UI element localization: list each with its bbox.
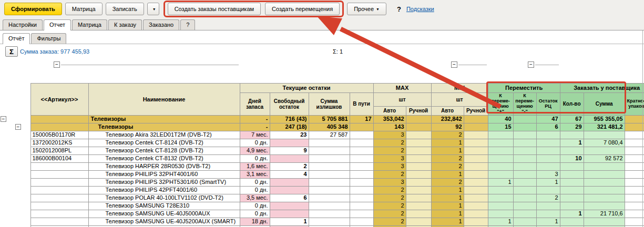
cell-days[interactable]: 0 дн. bbox=[240, 178, 270, 186]
cell-sum[interactable]: 21 710,6 bbox=[584, 210, 625, 218]
header-min[interactable]: MIN bbox=[431, 84, 488, 93]
cell-sum[interactable]: 321 481,2 bbox=[584, 123, 625, 131]
cell-movePlus[interactable] bbox=[488, 139, 513, 147]
cell-movePlus[interactable] bbox=[488, 162, 513, 170]
header-move[interactable]: Переместить bbox=[488, 84, 560, 93]
cell-days[interactable]: 3,1 мес. bbox=[240, 170, 270, 178]
cell-rcStock[interactable] bbox=[536, 202, 560, 210]
cell-moveMinus[interactable] bbox=[513, 162, 536, 170]
cell-minAuto[interactable]: 1 bbox=[431, 139, 464, 147]
cell-name[interactable]: Телевизор HARPER 28R0530 (DVB-T2) bbox=[88, 162, 240, 170]
cell-minAuto[interactable]: 2 bbox=[431, 178, 464, 186]
cell-surplus[interactable] bbox=[309, 210, 350, 218]
cell-article[interactable] bbox=[30, 186, 88, 194]
cell-sum[interactable] bbox=[584, 131, 625, 139]
cell-name[interactable]: Телевизор Centek CT-8132 (DVB-T2) bbox=[88, 154, 240, 162]
sigma-button[interactable]: Σ bbox=[5, 46, 18, 57]
cell-moveMinus[interactable] bbox=[513, 139, 536, 147]
cell-transit[interactable] bbox=[350, 178, 373, 186]
column-collapse-toggle[interactable]: − bbox=[528, 61, 534, 68]
cell-maxManual[interactable] bbox=[406, 170, 431, 178]
cell-rcStock[interactable] bbox=[536, 139, 560, 147]
cell-free[interactable] bbox=[270, 139, 309, 147]
tab-zakazano[interactable]: Заказано bbox=[143, 19, 179, 30]
cell-mult[interactable] bbox=[625, 194, 644, 202]
create-supplier-orders-button[interactable]: Создать заказы поставщикам bbox=[168, 3, 261, 15]
cell-mult[interactable] bbox=[625, 162, 644, 170]
cell-surplus[interactable] bbox=[309, 154, 350, 162]
cell-minManual[interactable] bbox=[464, 162, 488, 170]
cell-surplus[interactable] bbox=[309, 218, 350, 225]
cell-maxManual[interactable] bbox=[406, 202, 431, 210]
header-qty[interactable]: Кол-во bbox=[560, 93, 584, 116]
cell-sum[interactable] bbox=[584, 194, 625, 202]
cell-article[interactable] bbox=[30, 123, 88, 131]
cell-maxAuto[interactable]: 2 bbox=[373, 139, 406, 147]
cell-surplus[interactable]: 405 348 bbox=[309, 123, 350, 131]
column-collapse-toggle[interactable]: − bbox=[54, 61, 60, 68]
cell-maxManual[interactable] bbox=[406, 123, 431, 131]
cell-free[interactable] bbox=[270, 210, 309, 218]
cell-days[interactable]: 18 дн. bbox=[240, 218, 270, 225]
cell-rcStock[interactable]: 3 bbox=[536, 170, 560, 178]
cell-article[interactable] bbox=[30, 194, 88, 202]
cell-maxManual[interactable] bbox=[406, 162, 431, 170]
cell-name[interactable]: Телевизоры bbox=[88, 123, 240, 131]
cell-sum[interactable] bbox=[584, 202, 625, 210]
cell-maxAuto[interactable]: 2 bbox=[373, 194, 406, 202]
cell-article[interactable] bbox=[30, 218, 88, 225]
cell-moveMinus[interactable] bbox=[513, 154, 536, 162]
inner-tab-otchet[interactable]: Отчёт bbox=[3, 33, 30, 44]
cell-transit[interactable] bbox=[350, 139, 373, 147]
cell-qty[interactable]: 1 bbox=[560, 139, 584, 147]
cell-maxManual[interactable] bbox=[406, 178, 431, 186]
cell-minManual[interactable] bbox=[464, 178, 488, 186]
cell-article[interactable]: 1502012008PL bbox=[30, 147, 88, 154]
cell-qty[interactable] bbox=[560, 178, 584, 186]
cell-moveMinus[interactable] bbox=[513, 123, 536, 131]
cell-surplus[interactable] bbox=[309, 202, 350, 210]
cell-minAuto[interactable]: 1 bbox=[431, 194, 464, 202]
cell-article[interactable]: 186000B00104 bbox=[30, 154, 88, 162]
cell-sum[interactable] bbox=[584, 218, 625, 225]
cell-rcStock[interactable]: 1 bbox=[536, 218, 560, 225]
cell-name[interactable]: Телевизор PHILIPS 32PHT5301/60 (SmartTV) bbox=[88, 178, 240, 186]
cell-mult[interactable] bbox=[625, 218, 644, 225]
header-max-manual[interactable]: Ручной bbox=[406, 107, 431, 115]
cell-qty[interactable]: 29 bbox=[560, 123, 584, 131]
cell-name[interactable]: Телевизор Centek CT-8128 (DVB-T2) bbox=[88, 147, 240, 154]
cell-name[interactable]: Телевизор PHILIPS 32PHT4001/60 bbox=[88, 170, 240, 178]
column-collapse-toggle[interactable]: − bbox=[451, 61, 457, 68]
cell-transit[interactable] bbox=[350, 202, 373, 210]
header-transit[interactable]: В пути bbox=[350, 93, 373, 116]
generate-button[interactable]: Сформировать bbox=[4, 3, 62, 15]
cell-minManual[interactable] bbox=[464, 202, 488, 210]
cell-maxManual[interactable] bbox=[406, 147, 431, 154]
cell-mult[interactable] bbox=[625, 186, 644, 194]
cell-minAuto[interactable]: 232,842 bbox=[431, 115, 464, 123]
cell-article[interactable] bbox=[30, 170, 88, 178]
cell-free[interactable]: 9 bbox=[270, 147, 309, 154]
cell-free[interactable]: 247 (18) bbox=[270, 123, 309, 131]
cell-days[interactable]: - bbox=[240, 115, 270, 123]
cell-transit[interactable] bbox=[350, 154, 373, 162]
cell-qty[interactable] bbox=[560, 186, 584, 194]
cell-movePlus[interactable] bbox=[488, 194, 513, 202]
cell-minAuto[interactable]: 1 bbox=[431, 147, 464, 154]
header-sum[interactable]: Сумма bbox=[584, 93, 625, 116]
cell-rcStock[interactable] bbox=[536, 162, 560, 170]
cell-maxManual[interactable] bbox=[406, 131, 431, 139]
cell-maxManual[interactable] bbox=[406, 218, 431, 225]
header-article[interactable]: <<Артикул>> bbox=[30, 84, 88, 116]
header-max-pcs[interactable]: шт bbox=[373, 93, 431, 107]
header-free[interactable]: Свободный остаток bbox=[270, 93, 309, 116]
cell-transit[interactable] bbox=[350, 162, 373, 170]
cell-rcStock[interactable] bbox=[536, 186, 560, 194]
cell-maxManual[interactable] bbox=[406, 154, 431, 162]
cell-maxManual[interactable] bbox=[406, 115, 431, 123]
cell-days[interactable]: 0 дн. bbox=[240, 139, 270, 147]
cell-article[interactable] bbox=[30, 202, 88, 210]
cell-maxAuto[interactable]: 2 bbox=[373, 218, 406, 225]
cell-mult[interactable] bbox=[625, 170, 644, 178]
cell-sum[interactable] bbox=[584, 186, 625, 194]
